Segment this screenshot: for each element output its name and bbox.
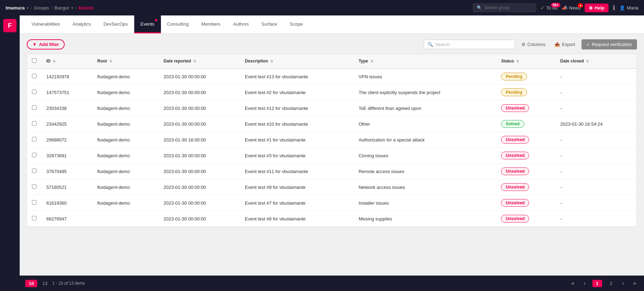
tab-authors[interactable]: Authors <box>227 15 255 33</box>
cell-type: ToE different than agreed upon <box>354 100 496 116</box>
cell-root: fluidagent-demo <box>92 132 159 148</box>
columns-button[interactable]: ⚙ Columns <box>519 40 548 49</box>
tab-vulnerabilities[interactable]: Vulnerabilities <box>25 15 66 33</box>
cell-date-reported: 2023-01-30 00:00:00 <box>159 116 240 132</box>
page-2-button[interactable]: 2 <box>607 280 615 287</box>
brand-name[interactable]: Imamura <box>6 5 25 11</box>
header-status[interactable]: Status ⇅ <box>496 54 555 68</box>
header-date-reported[interactable]: Date reported ⇅ <box>159 54 240 68</box>
tab-events[interactable]: Events <box>134 15 161 33</box>
breadcrumb-area: Imamura ▾ / Groups / Bangor ▾ / Events <box>6 5 93 11</box>
search-group-box[interactable]: 🔍 <box>473 4 536 12</box>
events-table: ID ⇅ Root ⇅ Date reported ⇅ Description … <box>27 54 637 227</box>
status-badge: Unsolved <box>501 199 529 207</box>
cell-id: 147573751 <box>41 85 92 100</box>
tab-members[interactable]: Members <box>195 15 227 33</box>
row-checkbox-5[interactable] <box>32 153 37 157</box>
tab-scope[interactable]: Scope <box>284 15 309 33</box>
top-navigation: Imamura ▾ / Groups / Bangor ▾ / Events 🔍… <box>0 0 644 15</box>
cell-description: Event test #9 for vbustamante <box>240 179 354 195</box>
row-checkbox-6[interactable] <box>32 168 37 173</box>
tabs-bar: Vulnerabilities Analytics DevSecOps Even… <box>20 15 644 34</box>
tab-consulting[interactable]: Consulting <box>161 15 195 33</box>
row-checkbox-8[interactable] <box>32 200 37 205</box>
page-1-button[interactable]: 1 <box>592 280 602 287</box>
table-search-input[interactable] <box>435 42 511 47</box>
cell-type: Missing supplies <box>354 211 496 227</box>
add-filter-button[interactable]: ▼ Add filter <box>27 39 65 49</box>
cell-id: 66276947 <box>41 211 92 227</box>
cell-date-reported: 2023-01-30 00:00:00 <box>159 85 240 100</box>
status-badge: Unsolved <box>501 152 529 159</box>
cell-type: VPN issues <box>354 68 496 85</box>
row-checkbox-0[interactable] <box>32 74 37 78</box>
cell-description: Event test #7 for vbustamante <box>240 195 354 211</box>
table-row: 23034338 fluidagent-demo 2023-01-30 00:0… <box>27 100 637 116</box>
row-checkbox-cell <box>27 85 41 100</box>
tab-analytics[interactable]: Analytics <box>66 15 97 33</box>
bangor-breadcrumb[interactable]: Bangor <box>54 5 69 11</box>
toolbar-right: 🔍 ⚙ Columns 📤 Export ✓ Request verificat… <box>424 39 637 49</box>
sidebar-logo[interactable]: F <box>3 19 17 32</box>
table-search-box[interactable]: 🔍 <box>424 40 515 49</box>
cell-type: Cloning issues <box>354 148 496 164</box>
row-checkbox-9[interactable] <box>32 216 37 220</box>
cell-status: Solved <box>496 116 555 132</box>
row-checkbox-4[interactable] <box>32 137 37 141</box>
row-checkbox-7[interactable] <box>32 184 37 189</box>
columns-label: Columns <box>527 42 545 47</box>
cell-description: Event test #3 for vbustamante <box>240 148 354 164</box>
search-group-input[interactable] <box>484 5 532 10</box>
first-page-button[interactable]: « <box>569 279 577 287</box>
todo-nav-item[interactable]: ✓ To do 99+ <box>540 5 558 11</box>
header-id[interactable]: ID ⇅ <box>41 54 92 68</box>
sort-icon-description: ⇅ <box>270 59 273 63</box>
header-root[interactable]: Root ⇅ <box>92 54 159 68</box>
sidebar: F <box>0 15 20 291</box>
megaphone-icon: 📣 <box>562 5 567 11</box>
help-button[interactable]: ⊕ Help <box>585 4 609 12</box>
cell-status: Unsolved <box>496 148 555 164</box>
header-description[interactable]: Description ⇅ <box>240 54 354 68</box>
info-icon[interactable]: ℹ <box>613 4 615 12</box>
export-button[interactable]: 📤 Export <box>552 40 578 49</box>
user-menu[interactable]: 👤 Maria <box>619 5 638 11</box>
cell-id: 32873691 <box>41 148 92 164</box>
request-verify-button[interactable]: ✓ Request verification <box>581 39 637 49</box>
row-checkbox-3[interactable] <box>32 121 37 126</box>
cell-root: fluidagent-demo <box>92 164 159 179</box>
next-page-button[interactable]: › <box>620 279 626 287</box>
select-all-checkbox[interactable] <box>32 58 37 63</box>
table-body: 142192978 fluidagent-demo 2023-01-30 00:… <box>27 68 637 227</box>
table-row: 147573751 fluidagent-demo 2023-01-30 00:… <box>27 85 637 100</box>
last-page-button[interactable]: » <box>631 279 638 287</box>
groups-breadcrumb[interactable]: Groups <box>34 5 49 11</box>
cell-date-closed: - <box>555 211 637 227</box>
header-date-closed[interactable]: Date closed ⇅ <box>555 54 637 68</box>
cell-type: Other <box>354 116 496 132</box>
main-layout: F Vulnerabilities Analytics DevSecOps Ev… <box>0 15 644 291</box>
tab-devsecops[interactable]: DevSecOps <box>97 15 134 33</box>
cell-root: fluidagent-demo <box>92 148 159 164</box>
sort-icon-id: ⇅ <box>53 59 56 63</box>
cell-type: Remote access issues <box>354 164 496 179</box>
news-nav-item[interactable]: 📣 News ● <box>562 5 581 11</box>
header-type[interactable]: Type ⇅ <box>354 54 496 68</box>
row-checkbox-cell <box>27 179 41 195</box>
tab-surface[interactable]: Surface <box>255 15 284 33</box>
row-checkbox-2[interactable] <box>32 105 37 110</box>
status-badge: Solved <box>501 120 524 128</box>
cell-description: Event test #8 for vbustamante <box>240 211 354 227</box>
cell-date-reported: 2023-01-30 00:00:00 <box>159 195 240 211</box>
chevron-icon: ▾ <box>27 6 28 10</box>
sort-icon-root: ⇅ <box>109 59 112 63</box>
cell-status: Unsolved <box>496 132 555 148</box>
row-checkbox-cell <box>27 211 41 227</box>
page-size-13-option[interactable]: 13 <box>42 281 47 286</box>
tab-vulnerabilities-label: Vulnerabilities <box>32 21 60 27</box>
row-checkbox-cell <box>27 148 41 164</box>
cell-date-reported: 2023-01-30 00:00:00 <box>159 100 240 116</box>
prev-page-button[interactable]: ‹ <box>581 279 587 287</box>
page-size-10-button[interactable]: 10 <box>25 280 37 287</box>
row-checkbox-1[interactable] <box>32 90 37 94</box>
